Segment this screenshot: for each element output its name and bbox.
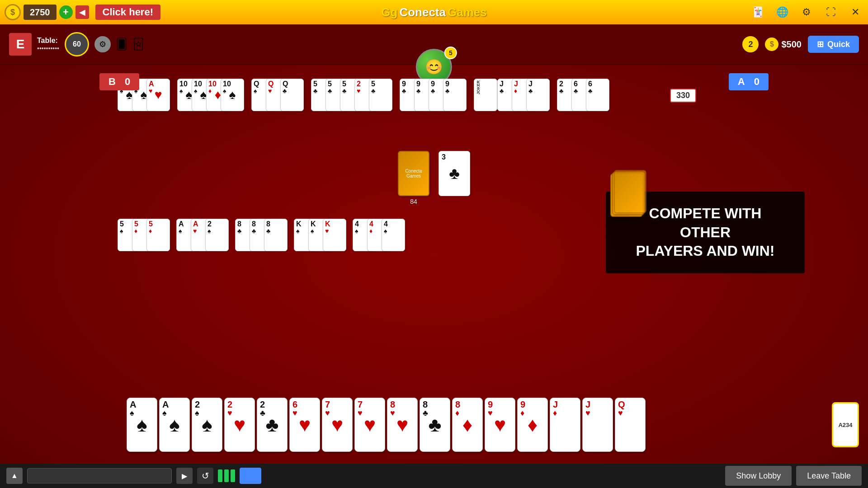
bar-2 [224,469,229,482]
card-icon2[interactable]: 🃟 [133,38,144,51]
player-hand: A♠♠ A♠♠ 2♠♠ 2♥♥ 2♣♣ 6♥♥ 7♥♥ 7♥♥ 8♥♥ 8♣♣ … [127,398,791,452]
ol-4-3[interactable]: 4♠ [382,219,405,251]
player-b-label: B [108,76,116,88]
side-deck[interactable] [610,174,646,219]
running-score: 330 [670,89,696,103]
leave-table-button[interactable]: Leave Table [796,466,862,486]
opp-left-group-3: 8♣ 8♣ 8♣ [235,219,288,251]
hint-card[interactable]: A234 [832,402,859,447]
logo-conecta: Conecta [399,5,446,19]
bar-1 [218,469,222,482]
player-b-score: 0 [125,76,130,88]
hand-card-8-diamond[interactable]: 8♦♦ [452,398,483,452]
coin-display: $ 2750 + ◀ [5,4,89,20]
close-icon[interactable]: ✕ [847,4,863,20]
table-label: Table: [37,37,59,45]
click-here-banner[interactable]: Click here! [95,5,161,20]
card-count: 5 [444,47,457,59]
hand-card-2-spade[interactable]: 2♠♠ [192,398,222,452]
hand-card-q-heart[interactable]: Q♥ [615,398,646,452]
joker-card[interactable]: JOKER [474,79,497,111]
card-group-6: JOKER J♣ J♦ J♣ [474,79,550,111]
bar-3 [231,469,235,482]
opp-left-group-4: K♠ K♠ K♥ [294,219,346,251]
hand-card-2-club[interactable]: 2♣♣ [257,398,288,452]
center-play-area: ConectaGames 84 3 ♣ [398,151,470,205]
card-j-3[interactable]: J♣ [526,79,550,111]
hand-card-a-spade-1[interactable]: A♠♠ [127,398,157,452]
hand-card-9-diamond[interactable]: 9♦♦ [517,398,548,452]
table-info: Table: •••••••••• [37,37,59,52]
progress-button[interactable] [240,468,261,484]
top-bar: $ 2750 + ◀ Click here! Gg Conecta Games … [0,0,868,24]
hand-card-7-heart-1[interactable]: 7♥♥ [322,398,353,452]
hand-card-6-heart[interactable]: 6♥♥ [289,398,320,452]
send-button[interactable]: ▶ [176,468,193,484]
hand-card-8-heart[interactable]: 8♥♥ [387,398,418,452]
card-group-2: 10♠♠ 10♠♠ 10♦♦ 10♠♠ [177,79,244,111]
fullscreen-icon[interactable]: ⛶ [823,4,839,20]
cards-icon[interactable]: 🃏 [750,4,766,20]
hand-card-a-spade-2[interactable]: A♠♠ [159,398,190,452]
ol-8-3[interactable]: 8♣ [264,219,288,251]
hand-card-j-diamond[interactable]: J♦ [550,398,580,452]
logo: Gg Conecta Games [381,5,486,19]
refresh-button[interactable]: ↺ [197,468,213,484]
opp-left-group-1: 5♠ 5♦ 5♦ [118,219,170,251]
coins-arrow-icon[interactable]: ◀ [75,5,89,19]
card-q-3[interactable]: Q♣ [280,79,304,111]
settings-icon[interactable]: ⚙ [798,4,815,20]
coin-amount: 2750 [24,5,57,20]
coin-icon: $ [5,4,21,20]
bottom-bar: ▲ ▶ ↺ Show Lobby Leave Table [0,464,868,488]
card-5-4[interactable]: 5♣ [369,79,392,111]
card-group-4: 5♣ 5♣ 5♣ 2♥ 5♣ [311,79,392,111]
card-group-7: 2♣ 6♣ 6♣ [557,79,609,111]
hand-card-7-heart-2[interactable]: 7♥♥ [354,398,385,452]
ol-5-3[interactable]: 5♦ [146,219,170,251]
quick-icon: ⊞ [817,39,824,49]
player-badge-e: E [9,33,32,56]
players-circle-icon: 2 [742,36,759,52]
scroll-up-button[interactable]: ▲ [6,468,23,484]
ol-2-s[interactable]: 2♠ [205,219,229,251]
opp-left-group-5: 4♠ 4♦ 4♠ [353,219,405,251]
card-group-5: 9♣ 9♣ 9♣ 9♣ [400,79,467,111]
logo-prefix: Gg [381,5,397,19]
promo-line2: PLAYERS AND WIN! [622,242,788,261]
ol-k-3[interactable]: K♥ [323,219,346,251]
player-a-panel: A 0 [729,73,769,90]
deck-count: 84 [410,198,417,205]
globe-icon[interactable]: 🌐 [774,4,790,20]
settings-small-icon[interactable]: ⚙ [94,36,111,52]
top-right-icons: 🃏 🌐 ⚙ ⛶ ✕ [750,4,863,20]
quick-label: Quick [827,40,850,49]
chat-input[interactable] [27,468,172,483]
hand-card-j-heart[interactable]: J♥ [582,398,613,452]
card-10-4[interactable]: 10♠♠ [221,79,244,111]
game-table: E Table: •••••••••• 60 ⚙ 🂠 🃟 😊 5 •••••••… [0,24,868,488]
quick-button[interactable]: ⊞ Quick [808,36,859,53]
money-amount: $500 [781,39,802,50]
money-display: $ $500 [765,38,802,51]
right-header-controls: 2 $ $500 ⊞ Quick [742,36,859,53]
card-6-2[interactable]: 6♣ [586,79,609,111]
hand-card-8-club[interactable]: 8♣♣ [420,398,450,452]
cards-icon-header[interactable]: 🂠 [116,38,127,51]
opponent-left-cards: 5♠ 5♦ 5♦ A♠ A♥ 2♠ 8♣ 8♣ 8♣ K♠ K♠ K♥ 4♠ 4… [118,219,405,251]
show-lobby-button[interactable]: Show Lobby [725,466,792,486]
hand-card-2-heart[interactable]: 2♥♥ [224,398,255,452]
card-group-3: Q♠ Q♥ Q♣ [251,79,304,111]
discard-pile[interactable]: 3 ♣ [439,151,470,196]
logo-games: Games [448,5,487,19]
add-coins-button[interactable]: + [59,5,73,19]
timer-display: 60 [65,32,89,56]
card-a-heart[interactable]: A♥♥ [146,79,170,111]
player-a-label: A [738,76,745,88]
promo-line1: COMPETE WITH OTHER [622,204,788,242]
hand-card-9-heart[interactable]: 9♥♥ [485,398,515,452]
game-header: E Table: •••••••••• 60 ⚙ 🂠 🃟 😊 5 •••••••… [0,24,868,65]
draw-pile[interactable]: ConectaGames 84 [398,151,429,205]
progress-indicator [218,469,235,482]
card-9-4[interactable]: 9♣ [443,79,467,111]
